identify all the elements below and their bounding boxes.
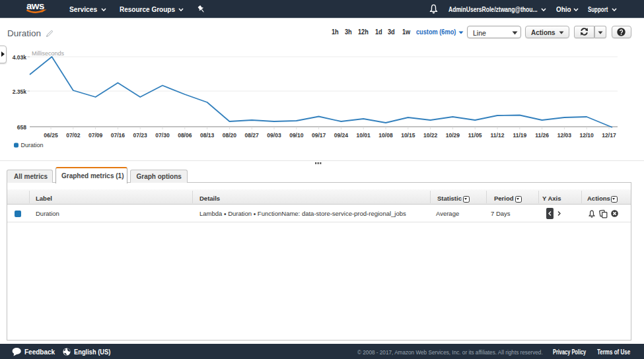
svg-text:4.03k: 4.03k: [13, 54, 27, 61]
svg-text:07/09: 07/09: [89, 132, 103, 139]
svg-text:09/10: 09/10: [289, 132, 304, 139]
svg-text:658: 658: [17, 124, 26, 131]
svg-text:2.35k: 2.35k: [13, 88, 27, 95]
svg-text:11/12: 11/12: [491, 132, 505, 139]
svg-text:12/17: 12/17: [602, 132, 616, 139]
svg-text:10/01: 10/01: [357, 132, 371, 139]
svg-text:06/25: 06/25: [44, 132, 58, 139]
svg-text:Duration: Duration: [21, 142, 44, 148]
svg-text:07/30: 07/30: [155, 132, 170, 139]
svg-text:09/03: 09/03: [267, 132, 281, 139]
svg-text:11/26: 11/26: [535, 132, 549, 139]
svg-text:12/10: 12/10: [580, 132, 594, 139]
svg-text:07/02: 07/02: [66, 132, 81, 139]
svg-text:08/13: 08/13: [200, 132, 215, 139]
svg-text:09/24: 09/24: [334, 132, 349, 139]
svg-text:08/27: 08/27: [245, 132, 260, 139]
svg-text:10/15: 10/15: [401, 132, 415, 139]
svg-text:10/22: 10/22: [423, 132, 438, 139]
svg-text:08/20: 08/20: [223, 132, 237, 139]
svg-text:09/17: 09/17: [312, 132, 326, 139]
svg-text:07/23: 07/23: [133, 132, 148, 139]
svg-text:10/29: 10/29: [446, 132, 460, 139]
svg-text:11/05: 11/05: [468, 132, 482, 139]
svg-text:12/03: 12/03: [557, 132, 572, 139]
svg-text:aws: aws: [26, 1, 44, 11]
svg-text:Milliseconds: Milliseconds: [32, 50, 65, 57]
svg-text:07/16: 07/16: [111, 132, 125, 139]
svg-text:11/19: 11/19: [513, 132, 526, 139]
svg-text:10/08: 10/08: [378, 132, 393, 139]
svg-text:08/06: 08/06: [178, 132, 192, 139]
